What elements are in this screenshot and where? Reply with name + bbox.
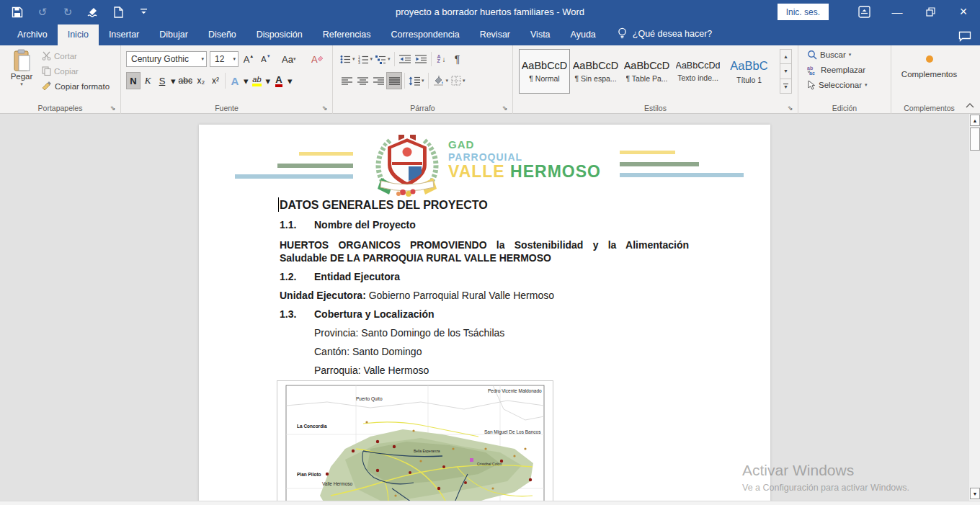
text-effects-button[interactable]: A: [228, 72, 242, 89]
style-table-paragraph[interactable]: AaBbCcD ¶ Table Pa...: [621, 49, 672, 94]
vertical-scrollbar[interactable]: ▲ ▼: [968, 114, 980, 501]
line-spacing-button[interactable]: ▾: [407, 72, 426, 89]
paste-caret-icon: ▾: [20, 81, 23, 87]
align-right-button[interactable]: [370, 72, 386, 89]
new-document-icon[interactable]: [111, 5, 125, 19]
location-map-image[interactable]: Puerto Quito Pedro Vicente Maldonado La …: [277, 380, 553, 501]
scrollbar-thumb[interactable]: [970, 128, 980, 151]
styles-scroll-up-icon[interactable]: ▲: [780, 50, 791, 64]
logo-stripe-left-blue: [235, 174, 353, 179]
highlight-caret-icon[interactable]: ▾: [264, 72, 272, 89]
collapse-ribbon-icon[interactable]: [966, 102, 976, 111]
tab-referencias[interactable]: Referencias: [313, 24, 381, 45]
undo-icon[interactable]: ↺: [35, 5, 50, 19]
change-case-button[interactable]: Aa▾: [280, 50, 297, 68]
multilevel-list-button[interactable]: ▾: [374, 50, 392, 68]
customize-qat-icon[interactable]: [136, 5, 151, 19]
tab-diseno[interactable]: Diseño: [198, 24, 246, 45]
subscript-button[interactable]: x₂: [194, 72, 208, 89]
underline-caret-icon[interactable]: ▾: [169, 72, 177, 89]
replace-button[interactable]: abac Reemplazar: [807, 65, 868, 75]
tab-archivo[interactable]: Archivo: [7, 24, 58, 45]
shrink-font-button[interactable]: A▼: [259, 50, 273, 68]
parroquia-line[interactable]: Parroquia: Valle Hermoso: [314, 365, 429, 376]
dialog-launcher-parrafo[interactable]: ⇘: [502, 104, 509, 112]
document-page[interactable]: GAD PARROQUIAL VALLE HERMOSO DATOS GENER…: [199, 125, 770, 501]
increase-indent-button[interactable]: [413, 50, 429, 68]
section-1-1-title[interactable]: Nombre del Proyecto: [314, 219, 416, 231]
paste-button[interactable]: Pegar ▾: [6, 49, 37, 102]
addins-button[interactable]: Complementos: [891, 50, 967, 79]
borders-button[interactable]: ▾: [450, 72, 467, 89]
section-1-2-number[interactable]: 1.2.: [280, 271, 296, 282]
ribbon-display-options-icon[interactable]: [847, 0, 881, 24]
sign-in-button[interactable]: Inic. ses.: [778, 4, 829, 20]
font-color-caret-icon[interactable]: ▾: [286, 72, 294, 89]
justify-button[interactable]: [386, 72, 402, 89]
clear-formatting-button[interactable]: A: [310, 50, 324, 68]
dialog-launcher-fuente[interactable]: ⇘: [322, 104, 329, 112]
font-family-combo[interactable]: Century Gothic▾: [126, 51, 207, 67]
styles-more-icon[interactable]: ▼: [780, 79, 791, 93]
styles-scroll-down-icon[interactable]: ▼: [780, 64, 791, 79]
copy-button[interactable]: Copiar: [42, 66, 110, 76]
highlight-button[interactable]: ab: [249, 72, 264, 89]
canton-line[interactable]: Cantón: Santo Domingo: [314, 346, 422, 357]
redo-icon[interactable]: ↻: [61, 5, 75, 19]
numbering-button[interactable]: 123 ▾: [357, 50, 375, 68]
superscript-button[interactable]: x²: [208, 72, 223, 89]
addin-dot-icon: [926, 55, 933, 63]
feedback-icon[interactable]: [958, 31, 971, 42]
executing-unit-line[interactable]: Unidad Ejecutora: Gobierno Parroquial Ru…: [280, 290, 554, 301]
bullets-button[interactable]: ▾: [339, 50, 357, 68]
section-1-1-number[interactable]: 1.1.: [280, 219, 296, 231]
strikethrough-button[interactable]: abc: [177, 72, 194, 89]
shading-button[interactable]: ▾: [431, 72, 450, 89]
style-normal[interactable]: AaBbCcD ¶ Normal: [519, 49, 570, 94]
scroll-up-icon[interactable]: ▲: [970, 115, 980, 126]
group-label-fuente: Fuente: [121, 104, 332, 112]
font-size-combo[interactable]: 12▾: [210, 51, 239, 67]
text-effects-caret-icon[interactable]: ▾: [242, 72, 250, 89]
show-marks-button[interactable]: ¶: [450, 50, 466, 68]
tab-vista[interactable]: Vista: [520, 24, 561, 45]
italic-button[interactable]: K: [141, 72, 155, 89]
align-center-button[interactable]: [355, 72, 370, 89]
bold-button[interactable]: N: [126, 72, 141, 89]
tab-inicio[interactable]: Inicio: [58, 24, 99, 45]
minimize-button[interactable]: —: [881, 0, 914, 24]
tab-ayuda[interactable]: Ayuda: [561, 24, 606, 45]
tab-revisar[interactable]: Revisar: [470, 24, 520, 45]
tell-me-box[interactable]: ¿Qué desea hacer?: [606, 22, 720, 45]
scroll-down-icon[interactable]: ▼: [970, 488, 980, 499]
style-sin-espaciado[interactable]: AaBbCcD ¶ Sin espa...: [570, 49, 621, 94]
select-button[interactable]: Seleccionar▾: [807, 80, 868, 90]
style-titulo-1[interactable]: AaBbC Título 1: [723, 49, 775, 94]
section-1-3-number[interactable]: 1.3.: [280, 308, 296, 320]
find-button[interactable]: Buscar▾: [807, 50, 868, 60]
align-left-button[interactable]: [339, 72, 355, 89]
dialog-launcher-estilos[interactable]: ⇘: [788, 104, 795, 112]
grow-font-button[interactable]: A▲: [241, 50, 256, 68]
sort-button[interactable]: AZ ↓: [434, 50, 450, 68]
ink-tool-icon[interactable]: [86, 5, 100, 19]
tab-insertar[interactable]: Insertar: [99, 24, 149, 45]
tab-correspondencia[interactable]: Correspondencia: [380, 24, 469, 45]
section-1-3-title[interactable]: Cobertura y Localización: [314, 308, 434, 320]
project-name-paragraph[interactable]: HUERTOS ORGANICOS PROMOVIENDO la Sosteni…: [280, 238, 689, 264]
font-color-button[interactable]: A: [272, 72, 286, 89]
decrease-indent-button[interactable]: [397, 50, 413, 68]
close-button[interactable]: ×: [947, 0, 980, 24]
save-icon[interactable]: [10, 5, 24, 19]
tab-disposicion[interactable]: Disposición: [246, 24, 313, 45]
style-texto-independiente[interactable]: AaBbCcDd Texto inde...: [672, 49, 723, 94]
cut-button[interactable]: Cortar: [42, 51, 110, 61]
underline-button[interactable]: S: [155, 72, 169, 89]
dialog-launcher-portapapeles[interactable]: ⇘: [110, 104, 117, 112]
tab-dibujar[interactable]: Dibujar: [149, 24, 198, 45]
provincia-line[interactable]: Provincia: Santo Domingo de los Tsáchila…: [314, 327, 504, 339]
doc-heading[interactable]: DATOS GENERALES DEL PROYECTO: [280, 199, 488, 212]
section-1-2-title[interactable]: Entidad Ejecutora: [314, 271, 400, 282]
restore-button[interactable]: [914, 0, 947, 24]
format-painter-button[interactable]: Copiar formato: [42, 81, 110, 91]
